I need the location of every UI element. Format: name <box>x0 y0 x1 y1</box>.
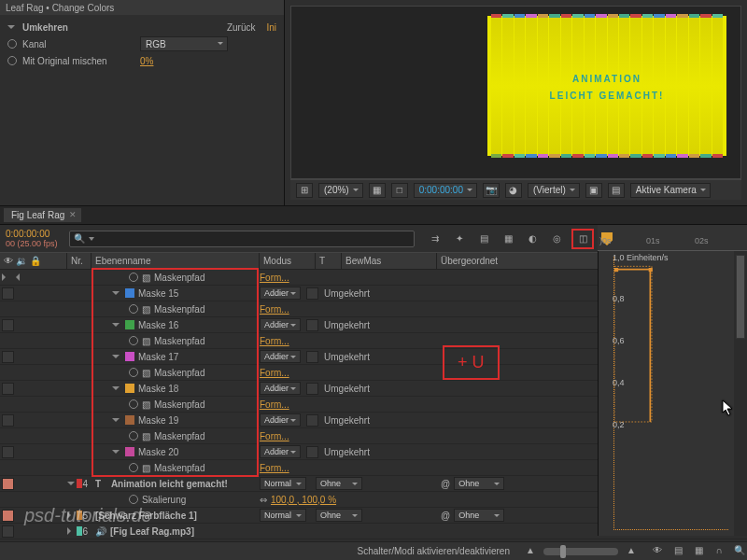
parent-dropdown[interactable]: Ohne <box>454 509 504 522</box>
grid-icon[interactable]: □ <box>391 183 408 198</box>
pickwhip-icon[interactable]: @ <box>441 511 450 521</box>
graph-editor-icon[interactable]: ◫ <box>571 229 594 249</box>
trkmat-dropdown[interactable]: Ohne <box>316 477 362 490</box>
scale-value[interactable]: 100,0 , 100,0 % <box>271 495 336 505</box>
color-swatch[interactable] <box>125 320 134 329</box>
zoom-out-icon[interactable]: ▲ <box>523 545 538 558</box>
graph-toggle-icon[interactable]: ▧ <box>142 273 150 283</box>
auto-keyframe-icon[interactable]: ◎ <box>547 231 566 247</box>
draft3d-icon[interactable]: ✦ <box>450 231 469 247</box>
back-link[interactable]: Zurück <box>227 22 256 33</box>
transparency-icon[interactable]: ▤ <box>608 183 625 198</box>
parent-dropdown[interactable]: Ohne <box>454 477 504 490</box>
keyframe-nav-icon[interactable] <box>12 273 20 281</box>
toggle-switches-button[interactable]: Schalter/Modi aktivieren/deaktivieren <box>358 546 510 556</box>
graph-toggle-icon[interactable]: ▧ <box>142 399 150 410</box>
visibility-toggle[interactable] <box>2 478 14 490</box>
invert-checkbox[interactable] <box>306 383 318 395</box>
frame-blend-icon[interactable]: ▤ <box>474 231 493 247</box>
graph-toggle-icon[interactable]: ▧ <box>142 336 150 346</box>
resolution-icon[interactable]: ▦ <box>369 183 386 198</box>
color-swatch[interactable] <box>125 384 134 393</box>
shape-link[interactable]: Form... <box>260 399 289 410</box>
stopwatch-icon[interactable] <box>7 39 17 49</box>
invert-checkbox[interactable] <box>306 287 318 300</box>
visibility-toggle[interactable] <box>2 414 14 427</box>
search-dropdown-icon[interactable] <box>89 237 94 241</box>
graph-option-icon[interactable]: ∩ <box>712 545 726 558</box>
disclosure-icon[interactable] <box>112 291 120 299</box>
stopwatch-icon[interactable] <box>129 304 138 314</box>
visibility-toggle[interactable] <box>2 510 14 522</box>
graph-toggle-icon[interactable]: ▧ <box>142 431 150 441</box>
quality-dropdown[interactable]: (Viertel) <box>528 183 580 198</box>
magnify-icon[interactable]: ⊞ <box>296 183 313 198</box>
graph-option-icon[interactable]: ▤ <box>670 545 685 558</box>
visibility-toggle[interactable] <box>2 351 14 363</box>
graph-toggle-icon[interactable]: ▧ <box>142 368 150 378</box>
view-icon[interactable]: ▣ <box>585 183 602 198</box>
stopwatch-icon[interactable] <box>129 399 138 409</box>
camera-dropdown[interactable]: Aktive Kamera <box>630 183 711 198</box>
mask-mode-dropdown[interactable]: Addier <box>260 413 301 427</box>
link-icon[interactable]: ⇔ <box>260 495 267 505</box>
mask-mode-dropdown[interactable]: Addier <box>260 287 301 300</box>
stopwatch-icon[interactable] <box>129 495 138 504</box>
color-swatch[interactable] <box>125 447 134 456</box>
mask-mode-dropdown[interactable]: Addier <box>260 382 301 395</box>
disclosure-icon[interactable] <box>7 25 15 33</box>
search-input[interactable]: 🔍 <box>69 231 415 247</box>
color-swatch[interactable] <box>125 288 134 298</box>
disclosure-icon[interactable] <box>112 418 120 426</box>
shape-link[interactable]: Form... <box>260 273 289 283</box>
brainstorm-icon[interactable]: ◐ <box>523 231 542 247</box>
audio-toggle[interactable] <box>2 525 14 538</box>
timeline-tab[interactable]: Fig Leaf Rag ✕ <box>4 208 81 222</box>
disclosure-icon[interactable] <box>112 323 120 330</box>
trkmat-dropdown[interactable]: Ohne <box>316 509 362 522</box>
stopwatch-icon[interactable] <box>129 273 138 282</box>
disclosure-icon[interactable] <box>112 386 120 394</box>
keyframe-nav-icon[interactable] <box>2 273 9 281</box>
ini-button[interactable]: Ini <box>266 22 276 33</box>
composition-viewport[interactable]: ANIMATIONLEICHT GEMACHT! <box>290 6 741 179</box>
color-swatch[interactable] <box>125 415 134 425</box>
fit-icon[interactable]: 🔍 <box>732 545 747 558</box>
shape-link[interactable]: Form... <box>260 463 289 473</box>
close-icon[interactable]: ✕ <box>69 210 77 219</box>
blend-mode-dropdown[interactable]: Normal <box>260 477 306 490</box>
blend-value[interactable]: 0% <box>140 56 153 66</box>
visibility-toggle[interactable] <box>2 446 14 458</box>
shape-link[interactable]: Form... <box>260 431 289 441</box>
disclosure-icon[interactable] <box>67 511 75 519</box>
stopwatch-icon[interactable] <box>129 336 138 345</box>
mask-mode-dropdown[interactable]: Addier <box>260 318 301 331</box>
disclosure-icon[interactable] <box>67 527 75 535</box>
graph-option-icon[interactable]: ▦ <box>691 545 706 558</box>
disclosure-icon[interactable] <box>112 355 120 362</box>
invert-checkbox[interactable] <box>306 351 318 363</box>
visibility-toggle[interactable] <box>2 287 14 300</box>
zoom-dropdown[interactable]: (20%) <box>318 183 363 198</box>
visibility-toggle[interactable] <box>2 383 14 395</box>
disclosure-icon[interactable] <box>112 450 120 457</box>
stopwatch-icon[interactable] <box>129 368 138 377</box>
shape-link[interactable]: Form... <box>260 304 289 315</box>
blend-mode-dropdown[interactable]: Normal <box>260 509 306 522</box>
invert-checkbox[interactable] <box>306 414 318 427</box>
channels-icon[interactable]: ◕ <box>505 183 522 198</box>
graph-toggle-icon[interactable]: ▧ <box>142 463 150 473</box>
shape-link[interactable]: Form... <box>260 336 289 346</box>
time-display[interactable]: 0:00:00:00 <box>414 183 477 198</box>
comp-flow-icon[interactable]: ⇉ <box>426 231 444 247</box>
graph-toggle-icon[interactable]: ▧ <box>142 304 150 315</box>
zoom-slider[interactable] <box>543 548 618 555</box>
stopwatch-icon[interactable] <box>129 463 138 472</box>
invert-checkbox[interactable] <box>306 446 318 458</box>
stopwatch-icon[interactable] <box>129 431 138 441</box>
graph-editor-area[interactable]: 1,0 Einheiten/s 0,8 0,6 0,4 0,2 <box>598 251 747 536</box>
current-timecode[interactable]: 0:00:00:00 <box>6 229 58 239</box>
time-ruler[interactable]: )0s 01s 02s <box>598 236 747 251</box>
stopwatch-icon[interactable] <box>7 56 17 65</box>
color-swatch[interactable] <box>125 352 134 361</box>
